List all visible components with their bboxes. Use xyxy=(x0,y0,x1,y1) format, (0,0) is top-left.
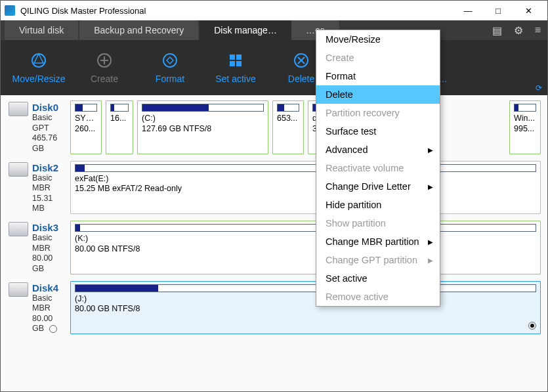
menu-item-change-gpt-partition: Change GPT partition▶ xyxy=(316,251,440,269)
partition[interactable]: 16... xyxy=(106,100,133,154)
menu-icon[interactable]: ≡ xyxy=(532,24,543,36)
disk-size: 15.31 MB xyxy=(32,194,66,214)
disk-label[interactable]: Disk3 Basic MBR 80.00 GB xyxy=(7,221,66,274)
menu-item-hide-partition[interactable]: Hide partition xyxy=(316,196,440,214)
disk-type: Basic MBR xyxy=(32,294,66,314)
tool-icon xyxy=(226,51,245,70)
window-minimize-button[interactable]: — xyxy=(453,1,483,20)
window-maximize-button[interactable]: □ xyxy=(483,1,513,20)
tool-icon xyxy=(292,51,310,70)
menu-item-set-active[interactable]: Set active xyxy=(316,269,440,288)
partition-size: 260... xyxy=(75,124,97,135)
usage-bar xyxy=(142,104,264,112)
menu-item-label: Partition recovery xyxy=(326,108,400,118)
usage-bar xyxy=(110,104,129,112)
partition[interactable]: (C:) 127.69 GB NTFS/8 xyxy=(137,100,268,154)
partition-strip: (J:) 80.00 GB NTFS/8 xyxy=(70,281,541,335)
toolbar: Move/ResizeCreateFormatSet activeDelete…… xyxy=(1,40,547,95)
menu-item-label: Show partition xyxy=(326,218,386,229)
menu-item-label: Move/Resize xyxy=(326,34,381,45)
partition[interactable]: (K:) 80.00 GB NTFS/8 xyxy=(70,221,541,274)
partition-size: 127.69 GB NTFS/8 xyxy=(142,124,264,135)
tool-format[interactable]: Format xyxy=(137,51,203,84)
disk-size: 80.00 GB xyxy=(32,314,66,334)
partition-size: 995... xyxy=(514,124,536,135)
tool-set-active[interactable]: Set active xyxy=(203,51,268,84)
chevron-right-icon: ▶ xyxy=(428,146,433,154)
menu-item-surface-test[interactable]: Surface test xyxy=(316,122,440,141)
partition-size: 80.00 GB NTFS/8 xyxy=(75,244,536,255)
list-icon[interactable]: ▤ xyxy=(490,24,505,37)
menu-item-label: Delete xyxy=(326,89,353,100)
menu-item-delete[interactable]: Delete xyxy=(316,85,440,104)
tool-icon xyxy=(30,51,48,70)
tab-strip: Virtual diskBackup and RecoveryDisk mana… xyxy=(1,20,547,40)
disk-name: Disk2 xyxy=(32,162,66,173)
partition-size: 15.25 MB exFAT/2 Read-only xyxy=(75,184,536,194)
disk-name: Disk0 xyxy=(32,102,66,113)
svg-rect-6 xyxy=(236,54,242,60)
partition-size: 653... xyxy=(277,114,299,124)
disk-size: 80.00 GB xyxy=(32,253,66,274)
partition[interactable]: (J:) 80.00 GB NTFS/8 xyxy=(70,281,541,335)
tool-move-resize[interactable]: Move/Resize xyxy=(6,51,72,84)
svg-rect-8 xyxy=(236,61,242,66)
partition-strip: exFat(E:) 15.25 MB exFAT/2 Read-only xyxy=(70,161,541,215)
tool-label: Format xyxy=(137,74,203,84)
svg-point-0 xyxy=(32,54,45,67)
tab-backup-and-recovery[interactable]: Backup and Recovery xyxy=(79,20,198,40)
app-icon xyxy=(5,5,15,16)
menu-item-label: Format xyxy=(326,71,356,81)
partition[interactable]: Win... 995... xyxy=(509,100,541,154)
tab-disk-manage-[interactable]: Disk manage… xyxy=(200,20,291,40)
disk-icon xyxy=(9,222,28,236)
partition[interactable]: exFat(E:) 15.25 MB exFAT/2 Read-only xyxy=(70,161,541,215)
partition-label: Win... xyxy=(514,114,536,124)
partition[interactable]: SYS... 260... xyxy=(70,100,102,154)
partition-size: 16... xyxy=(110,114,129,124)
menu-item-reactivate-volume: Reactivate volume xyxy=(316,159,440,177)
menu-item-format[interactable]: Format xyxy=(316,67,440,85)
disk-label[interactable]: Disk0 Basic GPT 465.76 GB xyxy=(7,100,66,154)
radio-icon[interactable] xyxy=(49,325,57,333)
svg-point-4 xyxy=(163,54,177,67)
menu-item-change-mbr-partition[interactable]: Change MBR partition▶ xyxy=(316,232,440,251)
usage-bar xyxy=(75,104,97,112)
menu-item-label: Hide partition xyxy=(326,200,381,210)
menu-item-remove-active: Remove active xyxy=(316,288,440,306)
partition-label: exFat(E:) xyxy=(75,174,536,185)
usage-bar xyxy=(75,284,536,292)
partition[interactable]: 653... xyxy=(272,100,304,154)
menu-item-move-resize[interactable]: Move/Resize xyxy=(316,30,440,49)
titlebar: QILING Disk Master Professional — □ ✕ xyxy=(1,1,547,20)
partition-label: SYS... xyxy=(75,114,97,124)
disk-name: Disk3 xyxy=(32,222,66,233)
tool-label: Move/Resize xyxy=(6,74,72,84)
menu-item-label: Change MBR partition xyxy=(326,236,419,247)
gear-icon[interactable]: ⚙ xyxy=(511,24,526,37)
disk-type: Basic MBR xyxy=(32,173,66,194)
status-refresh-icon[interactable]: ⟳ xyxy=(536,83,542,93)
tool-icon xyxy=(95,51,114,70)
disk-row: Disk2 Basic MBR 15.31 MB exFat(E:) 15.25… xyxy=(7,161,541,215)
disk-row: Disk0 Basic GPT 465.76 GB SYS... 260... … xyxy=(7,100,541,154)
menu-item-change-drive-letter[interactable]: Change Drive Letter▶ xyxy=(316,177,440,196)
chevron-right-icon: ▶ xyxy=(428,257,433,264)
disk-icon xyxy=(9,162,28,177)
disk-row: Disk3 Basic MBR 80.00 GB (K:) 80.00 GB N… xyxy=(7,221,541,274)
disk-size: 465.76 GB xyxy=(32,133,66,154)
svg-rect-5 xyxy=(230,54,235,60)
disk-icon xyxy=(9,102,28,116)
menu-item-advanced[interactable]: Advanced▶ xyxy=(316,141,440,159)
disk-label[interactable]: Disk4 Basic MBR 80.00 GB xyxy=(7,281,66,335)
menu-item-label: Remove active xyxy=(326,292,389,302)
app-title: QILING Disk Master Professional xyxy=(20,6,453,16)
disk-label[interactable]: Disk2 Basic MBR 15.31 MB xyxy=(7,161,66,215)
usage-bar xyxy=(277,104,299,112)
menu-item-show-partition: Show partition xyxy=(316,214,440,232)
menu-item-label: Set active xyxy=(326,273,368,284)
radio-icon[interactable] xyxy=(528,322,536,330)
tab-virtual-disk[interactable]: Virtual disk xyxy=(5,20,78,40)
usage-bar xyxy=(75,224,536,232)
window-close-button[interactable]: ✕ xyxy=(513,1,543,20)
